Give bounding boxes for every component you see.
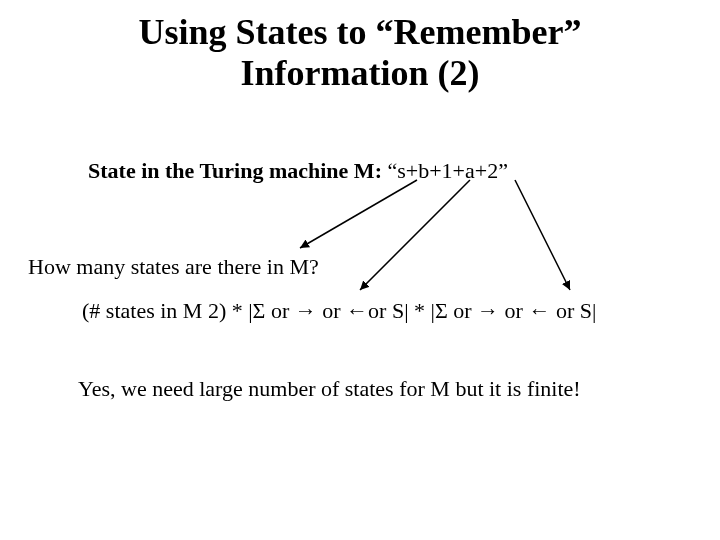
question-text: How many states are there in M? [28, 254, 319, 280]
arrow-line-2 [360, 180, 470, 290]
slide-title: Using States to “Remember” Information (… [0, 12, 720, 95]
formula-text: (# states in M 2) * |Σ or → or ←or S| * … [82, 298, 596, 324]
state-value: “s+b+1+a+2” [387, 158, 507, 183]
arrow-line-1 [300, 180, 417, 248]
state-line: State in the Turing machine M: “s+b+1+a+… [88, 158, 508, 184]
title-line-2: Information (2) [241, 53, 480, 93]
arrow-line-3 [515, 180, 570, 290]
conclusion-text: Yes, we need large number of states for … [78, 376, 581, 402]
state-label: State in the Turing machine M: [88, 158, 387, 183]
slide: Using States to “Remember” Information (… [0, 0, 720, 540]
title-line-1: Using States to “Remember” [139, 12, 582, 52]
